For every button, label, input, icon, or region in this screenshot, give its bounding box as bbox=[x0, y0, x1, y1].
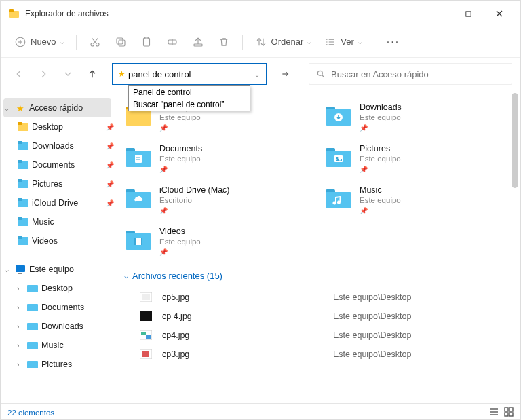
search-input[interactable] bbox=[331, 69, 505, 79]
sidebar-item-downloads[interactable]: Downloads📌 bbox=[1, 136, 114, 155]
file-location: Este equipo\Desktop bbox=[333, 292, 411, 302]
new-button[interactable]: Nuevo ⌵ bbox=[9, 31, 69, 53]
svg-rect-3 bbox=[465, 11, 470, 16]
svg-rect-14 bbox=[117, 38, 123, 44]
folder-icon bbox=[17, 216, 29, 228]
details-view-icon[interactable] bbox=[489, 407, 499, 418]
sidebar-item-this-pc[interactable]: ⌵ Este equipo bbox=[1, 260, 114, 279]
folder-location: Este equipo bbox=[360, 113, 402, 121]
item-count: 22 elementos bbox=[7, 408, 54, 417]
folder-icon bbox=[124, 227, 153, 252]
icons-view-icon[interactable] bbox=[504, 407, 514, 418]
folder-card[interactable]: Documents Este equipo 📌 bbox=[124, 144, 311, 173]
scrollbar[interactable] bbox=[510, 90, 520, 403]
navigation-bar: ★ ⌵ Panel de control Buscar "panel de co… bbox=[1, 58, 520, 90]
sidebar-item-documents[interactable]: Documents📌 bbox=[1, 155, 114, 174]
recent-file-row[interactable]: cp5.jpg Este equipo\Desktop bbox=[124, 288, 511, 307]
pin-icon: 📌 bbox=[106, 142, 114, 150]
window-title: Explorador de archivos bbox=[25, 9, 421, 18]
recent-file-row[interactable]: cp3.jpg Este equipo\Desktop bbox=[124, 345, 511, 364]
sidebar-item-pc-documents[interactable]: ›Documents bbox=[1, 298, 114, 317]
svg-rect-46 bbox=[16, 265, 25, 272]
sidebar-item-desktop[interactable]: Desktop📌 bbox=[1, 117, 114, 136]
sort-button[interactable]: Ordenar ⌵ bbox=[250, 31, 317, 53]
search-box[interactable] bbox=[309, 63, 512, 85]
scrollbar-thumb[interactable] bbox=[512, 93, 518, 188]
sidebar-item-pc-pictures[interactable]: ›Pictures bbox=[1, 355, 114, 374]
folder-icon bbox=[17, 235, 29, 247]
svg-rect-90 bbox=[509, 413, 513, 416]
file-name: cp3.jpg bbox=[162, 349, 333, 359]
svg-rect-78 bbox=[140, 311, 152, 321]
folder-name: Documents bbox=[159, 144, 202, 153]
sidebar-item-quick-access[interactable]: ⌵ ★ Acceso rápido bbox=[3, 98, 111, 117]
recent-dropdown[interactable] bbox=[58, 64, 78, 84]
suggestion-item[interactable]: Panel de control bbox=[129, 86, 250, 98]
back-button[interactable] bbox=[9, 64, 29, 84]
pin-icon: 📌 bbox=[106, 180, 114, 188]
folder-icon bbox=[17, 140, 29, 152]
more-button[interactable]: ··· bbox=[381, 31, 405, 53]
pin-icon: 📌 bbox=[360, 124, 402, 132]
address-input[interactable] bbox=[128, 69, 251, 79]
rename-button[interactable] bbox=[161, 31, 184, 53]
folder-location: Escritorio bbox=[159, 196, 230, 204]
sidebar-item-pc-desktop[interactable]: ›Desktop bbox=[1, 279, 114, 298]
sidebar-item-icloud[interactable]: iCloud Drive📌 bbox=[1, 193, 114, 212]
view-label: Ver bbox=[341, 37, 354, 47]
address-bar[interactable]: ★ ⌵ bbox=[112, 63, 267, 85]
go-button[interactable] bbox=[275, 63, 296, 85]
pin-icon: 📌 bbox=[159, 248, 201, 256]
main-content: Desktop Este equipo 📌 Downloads Este equ… bbox=[115, 90, 520, 403]
svg-rect-54 bbox=[126, 109, 151, 126]
folder-name: Downloads bbox=[360, 102, 402, 112]
sidebar-item-pc-music[interactable]: ›Music bbox=[1, 336, 114, 355]
up-button[interactable] bbox=[82, 64, 102, 84]
maximize-button[interactable] bbox=[452, 1, 484, 26]
folder-card[interactable]: Downloads Este equipo 📌 bbox=[324, 102, 511, 132]
sidebar: ⌵ ★ Acceso rápido Desktop📌 Downloads📌 Do… bbox=[1, 90, 115, 403]
svg-rect-1 bbox=[9, 9, 14, 12]
svg-rect-60 bbox=[135, 155, 142, 163]
recent-file-row[interactable]: cp 4.jpg Este equipo\Desktop bbox=[124, 307, 511, 326]
status-bar: 22 elementos bbox=[1, 403, 520, 420]
folder-card[interactable]: Pictures Este equipo 📌 bbox=[324, 144, 511, 173]
folder-icon bbox=[17, 159, 29, 171]
svg-rect-37 bbox=[18, 160, 22, 163]
pin-icon: 📌 bbox=[106, 199, 114, 207]
delete-button[interactable] bbox=[212, 31, 235, 53]
paste-button[interactable] bbox=[135, 31, 158, 53]
svg-rect-33 bbox=[18, 122, 22, 125]
minimize-button[interactable] bbox=[421, 1, 452, 26]
folder-card[interactable]: Music Este equipo 📌 bbox=[324, 185, 511, 214]
sidebar-item-pc-downloads[interactable]: ›Downloads bbox=[1, 317, 114, 336]
svg-rect-81 bbox=[146, 335, 151, 339]
address-dropdown-toggle[interactable]: ⌵ bbox=[251, 71, 263, 78]
file-thumbnail bbox=[139, 291, 153, 303]
forward-button[interactable] bbox=[33, 64, 54, 84]
sidebar-item-videos[interactable]: Videos bbox=[1, 231, 114, 250]
file-thumbnail bbox=[139, 329, 153, 341]
folder-card[interactable]: Videos Este equipo 📌 bbox=[124, 227, 311, 256]
share-button[interactable] bbox=[187, 31, 210, 53]
folder-icon bbox=[17, 197, 29, 209]
svg-rect-74 bbox=[134, 238, 136, 245]
svg-rect-88 bbox=[509, 408, 513, 411]
sidebar-item-music[interactable]: Music bbox=[1, 212, 114, 231]
sidebar-item-pictures[interactable]: Pictures📌 bbox=[1, 174, 114, 193]
recent-file-row[interactable]: cp4.jpg Este equipo\Desktop bbox=[124, 326, 511, 345]
svg-rect-87 bbox=[505, 408, 508, 411]
suggestion-item[interactable]: Buscar "panel de control" bbox=[129, 98, 250, 111]
cut-button[interactable] bbox=[83, 31, 107, 53]
folder-icon bbox=[324, 102, 353, 128]
recent-files-heading[interactable]: ⌵ Archivos recientes (15) bbox=[124, 271, 511, 281]
svg-rect-80 bbox=[141, 332, 146, 335]
svg-rect-45 bbox=[18, 236, 22, 239]
close-button[interactable] bbox=[484, 1, 515, 26]
file-name: cp 4.jpg bbox=[162, 311, 333, 321]
folder-name: Pictures bbox=[360, 144, 401, 153]
view-button[interactable]: Ver ⌵ bbox=[319, 31, 367, 53]
separator bbox=[76, 35, 77, 50]
copy-button[interactable] bbox=[109, 31, 132, 53]
folder-card[interactable]: iCloud Drive (Mac) Escritorio 📌 bbox=[124, 185, 311, 214]
